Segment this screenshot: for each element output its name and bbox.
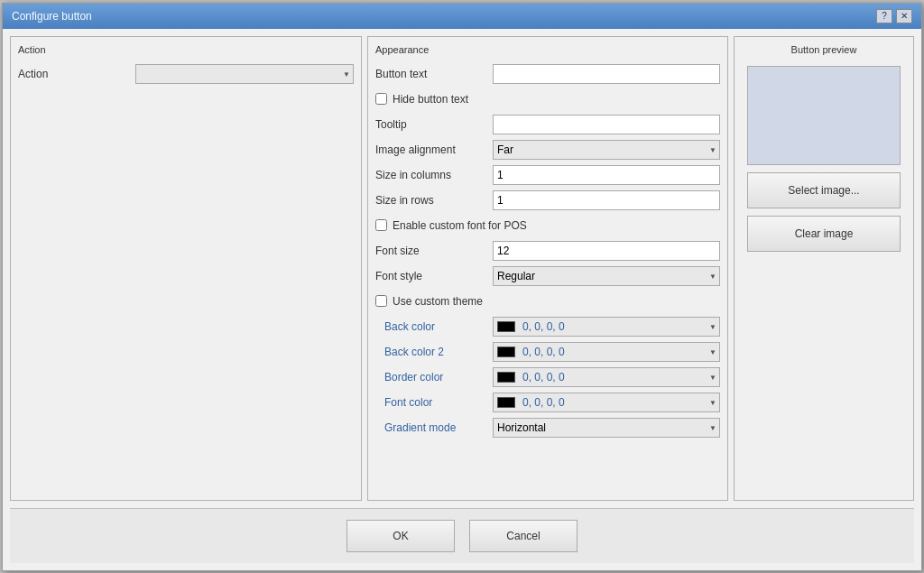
use-custom-theme-row: Use custom theme: [375, 291, 720, 311]
back-color2-select-wrapper[interactable]: 0, 0, 0, 0: [493, 342, 720, 362]
appearance-section-label: Appearance: [375, 44, 720, 55]
action-section-label: Action: [18, 44, 354, 55]
ok-button[interactable]: OK: [346, 520, 455, 552]
gradient-mode-select[interactable]: Horizontal Vertical None: [493, 418, 720, 438]
border-color-label: Border color: [375, 371, 493, 384]
size-rows-input[interactable]: [493, 190, 720, 210]
back-color2-value: 0, 0, 0, 0: [522, 346, 565, 358]
gradient-mode-label: Gradient mode: [375, 421, 493, 434]
cancel-button[interactable]: Cancel: [469, 520, 578, 552]
appearance-panel: Appearance Button text Hide button text …: [367, 36, 728, 501]
back-color2-display[interactable]: 0, 0, 0, 0: [493, 342, 720, 362]
select-image-button[interactable]: Select image...: [747, 172, 901, 208]
back-color-swatch: [497, 321, 515, 332]
action-row: Action No action Open URL Submit form Cu…: [18, 64, 354, 84]
action-label: Action: [18, 68, 135, 80]
hide-button-text-label: Hide button text: [393, 93, 468, 106]
back-color2-row: Back color 2 0, 0, 0, 0: [375, 342, 720, 362]
back-color-label: Back color: [375, 320, 493, 333]
font-style-select-wrapper: Regular Bold Italic Bold Italic: [493, 266, 720, 286]
image-alignment-label: Image alignment: [375, 143, 493, 156]
back-color2-label: Back color 2: [375, 346, 493, 358]
font-style-select[interactable]: Regular Bold Italic Bold Italic: [493, 266, 720, 286]
font-color-label: Font color: [375, 396, 493, 409]
font-color-swatch: [497, 397, 515, 408]
back-color-row: Back color 0, 0, 0, 0: [375, 317, 720, 337]
border-color-swatch: [497, 372, 515, 383]
button-text-label: Button text: [375, 68, 493, 80]
border-color-value: 0, 0, 0, 0: [522, 371, 565, 384]
font-color-select-wrapper[interactable]: 0, 0, 0, 0: [493, 393, 720, 412]
tooltip-label: Tooltip: [375, 118, 493, 131]
close-button[interactable]: ✕: [896, 9, 912, 23]
hide-button-text-checkbox[interactable]: [375, 93, 387, 105]
dialog-content: Action Action No action Open URL Submit …: [3, 29, 921, 570]
configure-button-dialog: Configure button ? ✕ Action Action No ac…: [2, 3, 922, 571]
size-rows-row: Size in rows: [375, 190, 720, 210]
back-color-display[interactable]: 0, 0, 0, 0: [493, 317, 720, 337]
button-preview-area: [747, 66, 901, 165]
border-color-display[interactable]: 0, 0, 0, 0: [493, 367, 720, 387]
font-size-row: Font size: [375, 241, 720, 261]
button-preview-label: Button preview: [791, 44, 857, 55]
image-alignment-select-wrapper: Far Near Center: [493, 140, 720, 160]
enable-custom-font-row: Enable custom font for POS: [375, 216, 720, 236]
use-custom-theme-label: Use custom theme: [393, 295, 483, 308]
use-custom-theme-checkbox[interactable]: [375, 295, 387, 307]
size-columns-label: Size in columns: [375, 169, 493, 181]
footer: OK Cancel: [10, 508, 914, 563]
size-columns-input[interactable]: [493, 165, 720, 185]
font-color-value: 0, 0, 0, 0: [522, 396, 565, 409]
font-color-display[interactable]: 0, 0, 0, 0: [493, 393, 720, 412]
gradient-mode-select-wrapper: Horizontal Vertical None: [493, 418, 720, 438]
back-color2-swatch: [497, 347, 515, 357]
size-columns-row: Size in columns: [375, 165, 720, 185]
enable-custom-font-checkbox[interactable]: [375, 219, 387, 231]
help-button[interactable]: ?: [876, 9, 892, 23]
size-rows-label: Size in rows: [375, 194, 493, 207]
title-bar: Configure button ? ✕: [3, 4, 921, 29]
dialog-title: Configure button: [12, 10, 92, 23]
button-preview-panel: Button preview Select image... Clear ima…: [734, 36, 914, 501]
clear-image-button[interactable]: Clear image: [747, 216, 901, 252]
font-style-label: Font style: [375, 270, 493, 282]
action-select[interactable]: No action Open URL Submit form Custom: [135, 64, 354, 84]
font-style-row: Font style Regular Bold Italic Bold Ital…: [375, 266, 720, 286]
image-alignment-select[interactable]: Far Near Center: [493, 140, 720, 160]
border-color-select-wrapper[interactable]: 0, 0, 0, 0: [493, 367, 720, 387]
action-select-wrapper: No action Open URL Submit form Custom: [135, 64, 354, 84]
border-color-row: Border color 0, 0, 0, 0: [375, 367, 720, 387]
font-color-row: Font color 0, 0, 0, 0: [375, 393, 720, 412]
back-color-value: 0, 0, 0, 0: [522, 320, 565, 333]
title-bar-controls: ? ✕: [876, 9, 912, 23]
button-text-row: Button text: [375, 64, 720, 84]
font-size-input[interactable]: [493, 241, 720, 261]
back-color-select-wrapper[interactable]: 0, 0, 0, 0: [493, 317, 720, 337]
tooltip-row: Tooltip: [375, 115, 720, 134]
action-panel: Action Action No action Open URL Submit …: [10, 36, 362, 501]
panels-container: Action Action No action Open URL Submit …: [10, 36, 914, 501]
hide-button-text-row: Hide button text: [375, 89, 720, 109]
button-text-input[interactable]: [493, 64, 720, 84]
gradient-mode-row: Gradient mode Horizontal Vertical None: [375, 418, 720, 438]
tooltip-input[interactable]: [493, 115, 720, 134]
font-size-label: Font size: [375, 245, 493, 257]
enable-custom-font-label: Enable custom font for POS: [393, 219, 527, 232]
image-alignment-row: Image alignment Far Near Center: [375, 140, 720, 160]
